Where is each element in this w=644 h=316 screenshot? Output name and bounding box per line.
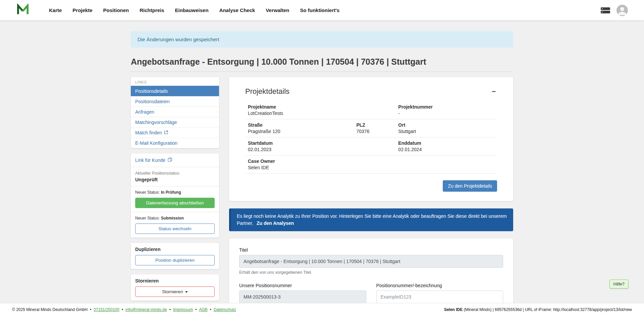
field-case-owner: Case Owner Selen IDE xyxy=(248,159,494,170)
sidebar-item-label: E-Mail Konfiguration xyxy=(135,140,177,146)
current-status-label: Aktueller Positionsstatus: xyxy=(135,171,215,176)
copy-icon xyxy=(168,157,172,163)
nav-item-projekte[interactable]: Projekte xyxy=(67,5,98,16)
field-label: Startdatum xyxy=(248,140,398,146)
external-link-icon xyxy=(164,130,168,135)
sidebar-item-label: Positionsdateien xyxy=(135,99,170,104)
finish-data-entry-button[interactable]: Datenerfassung abschließen xyxy=(135,198,215,208)
help-button[interactable]: Hilfe? xyxy=(609,279,629,289)
table-row: Projektname LotCreationTests Projektnumm… xyxy=(245,101,497,119)
saved-alert: Die Änderungen wurden gespeichert xyxy=(131,31,513,48)
field-value: 02.01.2024 xyxy=(398,147,494,152)
customer-link-section: Link für Kunde xyxy=(131,153,219,167)
sidebar-item-match-finden[interactable]: Match finden xyxy=(131,127,219,138)
server-icon[interactable] xyxy=(600,7,610,14)
new-status-2-line: Neuer Status: Submission xyxy=(135,216,215,220)
cancel-section: Stornieren Stornieren xyxy=(131,274,219,301)
sidebar-item-email-konfiguration[interactable]: E-Mail Konfiguration xyxy=(131,138,219,148)
field-label: Projektname xyxy=(248,104,398,110)
copyright-text: © 2025 Mineral Minds Deutschland GmbH xyxy=(12,307,88,312)
field-value: - xyxy=(398,111,494,116)
title-input xyxy=(239,255,503,268)
sidebar-item-positionsdateien[interactable]: Positionsdateien xyxy=(131,96,219,107)
project-details-card: Projektdetails − Projektname LotCreation… xyxy=(229,77,513,201)
links-header: LINKS xyxy=(131,77,219,86)
page-container: Die Änderungen wurden gespeichert Angebo… xyxy=(131,20,513,316)
duplicate-position-button[interactable]: Position duplizieren xyxy=(135,255,215,265)
new-status-1-line: Neuer Status: In Prüfung xyxy=(135,190,215,195)
top-navbar: Karte Projekte Positionen Richtpreis Ein… xyxy=(0,0,644,20)
current-status-section: Aktueller Positionsstatus: Ungeprüft xyxy=(131,167,219,186)
pos-number-label: Positionsnummer/-bezeichnung xyxy=(376,283,503,288)
title-divider xyxy=(131,71,513,72)
field-label: PLZ xyxy=(356,122,398,128)
user-avatar[interactable] xyxy=(616,5,628,16)
table-row: Startdatum 02.01.2023 Enddatum 02.01.202… xyxy=(245,137,497,155)
separator: • xyxy=(195,307,197,312)
field-value: Pragstraße 120 xyxy=(248,129,356,134)
duplicate-card: Duplizieren Position duplizieren xyxy=(131,243,219,269)
cancel-card: Stornieren Stornieren xyxy=(131,274,219,301)
separator: • xyxy=(169,307,171,312)
field-value: Stuttgart xyxy=(398,129,494,134)
our-number-label: Unsere Positionsnummer xyxy=(239,283,366,288)
switch-status-button[interactable]: Status wechseln xyxy=(135,224,215,234)
our-number-input xyxy=(239,291,366,303)
sidebar-item-label: Anfragen xyxy=(135,109,154,115)
field-projektname: Projektname LotCreationTests xyxy=(248,104,398,116)
datenschutz-link[interactable]: Datenschutz xyxy=(214,307,236,312)
cancel-title: Stornieren xyxy=(135,278,215,283)
project-details-header: Projektdetails − xyxy=(245,87,497,96)
collapse-icon[interactable]: − xyxy=(490,88,497,95)
content-layout: LINKS Positionsdetails Positionsdateien … xyxy=(131,77,513,316)
phone-link[interactable]: 07151/250100 xyxy=(94,307,119,312)
current-status-value: Ungeprüft xyxy=(135,177,215,182)
separator: • xyxy=(122,307,123,312)
field-label: Straße xyxy=(248,122,356,128)
nav-item-positionen[interactable]: Positionen xyxy=(98,5,135,16)
status-card: Link für Kunde Aktueller Positionsstatus… xyxy=(131,153,219,238)
email-link[interactable]: info@mineral-minds.de xyxy=(125,307,167,312)
field-value: Selen IDE xyxy=(248,165,494,170)
nav-item-so-funktionierts[interactable]: So funktioniert's xyxy=(294,5,345,16)
project-details-title: Projektdetails xyxy=(245,87,289,96)
table-row: Straße Pragstraße 120 PLZ 70376 Ort Stut… xyxy=(245,119,497,137)
nav-item-richtpreis[interactable]: Richtpreis xyxy=(134,5,169,16)
go-to-analyses-link[interactable]: Zu den Analysen xyxy=(257,220,294,226)
new-status-1-section: Neuer Status: In Prüfung Datenerfassung … xyxy=(131,186,219,212)
pos-number-input[interactable] xyxy=(376,291,503,303)
customer-link-label: Link für Kunde xyxy=(135,157,165,163)
cancel-dropdown-button[interactable]: Stornieren xyxy=(135,287,215,297)
nav-item-analyse-check[interactable]: Analyse Check xyxy=(214,5,261,16)
field-label: Case Owner xyxy=(248,159,494,164)
sidebar-item-label: Positionsdetails xyxy=(135,88,168,94)
field-ort: Ort Stuttgart xyxy=(398,122,494,134)
new-status-label: Neuer Status: xyxy=(135,216,160,220)
go-to-project-details-button[interactable]: Zu den Projektdetails xyxy=(443,180,497,192)
nav-item-einbauweisen[interactable]: Einbauweisen xyxy=(170,5,214,16)
field-strasse: Straße Pragstraße 120 xyxy=(248,122,356,134)
customer-link[interactable]: Link für Kunde xyxy=(135,157,172,163)
separator: • xyxy=(210,307,211,312)
separator: • xyxy=(90,307,91,312)
field-enddatum: Enddatum 02.01.2024 xyxy=(398,140,494,152)
agb-link[interactable]: AGB xyxy=(199,307,207,312)
nav-item-verwalten[interactable]: Verwalten xyxy=(260,5,294,16)
brand-logo[interactable] xyxy=(16,4,30,17)
page-title: Angebotsanfrage - Entsorgung | 10.000 To… xyxy=(131,57,513,67)
impressum-link[interactable]: Impressum xyxy=(173,307,193,312)
sidebar-item-anfragen[interactable]: Anfragen xyxy=(131,107,219,117)
footer: © 2025 Mineral Minds Deutschland GmbH • … xyxy=(0,303,644,316)
field-label: Enddatum xyxy=(398,140,494,146)
sidebar-item-matchingvorschlaege[interactable]: Matchingvorschläge xyxy=(131,117,219,127)
nav-item-karte[interactable]: Karte xyxy=(44,5,67,16)
caret-down-icon xyxy=(185,291,188,293)
footer-user-name: Selen IDE xyxy=(444,307,463,312)
navbar-right xyxy=(600,5,628,16)
sidebar-item-positionsdetails[interactable]: Positionsdetails xyxy=(131,86,219,96)
field-value: 70376 xyxy=(356,129,398,134)
duplicate-section: Duplizieren Position duplizieren xyxy=(131,243,219,269)
new-status-1-value: In Prüfung xyxy=(161,190,181,195)
new-status-label: Neuer Status: xyxy=(135,190,160,195)
sidebar-item-label: Match finden xyxy=(135,130,162,135)
